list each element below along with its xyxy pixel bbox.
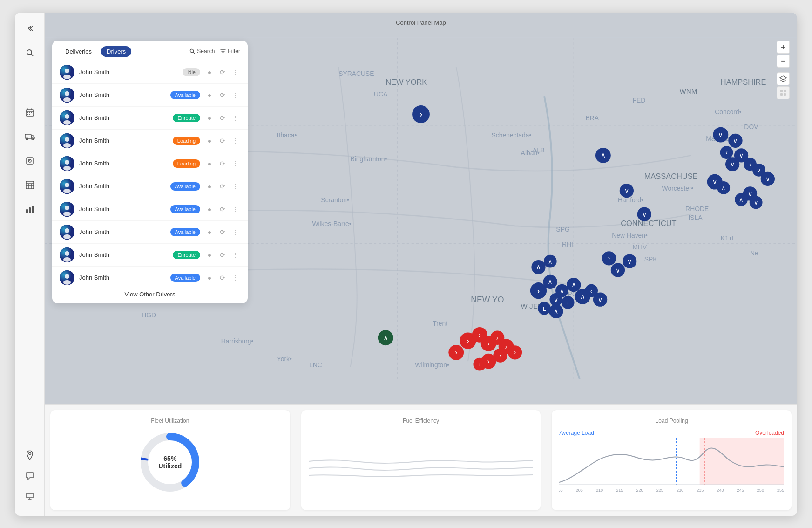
more-icon-5[interactable]: ⋮ bbox=[231, 183, 240, 190]
refresh-icon-8[interactable]: ⟳ bbox=[218, 251, 227, 259]
map-section: Control Panel Map bbox=[45, 13, 797, 404]
more-icon-0[interactable]: ⋮ bbox=[231, 69, 240, 76]
view-other-drivers-btn[interactable]: View Other Drivers bbox=[52, 285, 248, 303]
driver-name-0: John Smith bbox=[79, 69, 178, 75]
refresh-icon-0[interactable]: ⟳ bbox=[218, 69, 227, 76]
message-icon-3[interactable]: ● bbox=[205, 137, 214, 144]
svg-text:215: 215 bbox=[616, 488, 623, 493]
svg-text:∧: ∧ bbox=[548, 277, 553, 285]
driver-row-1[interactable]: John SmithAvailable ● ⟳ ⋮ bbox=[52, 84, 248, 107]
svg-text:RHI: RHI bbox=[562, 240, 573, 248]
driver-row-9[interactable]: John SmithAvailable ● ⟳ ⋮ bbox=[52, 267, 248, 285]
message-icon-6[interactable]: ● bbox=[205, 206, 214, 213]
refresh-icon-4[interactable]: ⟳ bbox=[218, 160, 227, 167]
svg-point-163 bbox=[63, 143, 71, 148]
message-icon-0[interactable]: ● bbox=[205, 69, 214, 76]
driver-avatar-1 bbox=[60, 88, 74, 103]
message-icon-7[interactable]: ● bbox=[205, 228, 214, 236]
driver-row-0[interactable]: John SmithIdle ● ⟳ ⋮ bbox=[52, 61, 248, 84]
svg-text:CONNECTICUT: CONNECTICUT bbox=[621, 219, 676, 227]
refresh-icon-1[interactable]: ⟳ bbox=[218, 91, 227, 99]
svg-rect-189 bbox=[784, 90, 786, 92]
svg-rect-7 bbox=[25, 134, 31, 138]
message-icon-4[interactable]: ● bbox=[205, 160, 214, 167]
driver-row-4[interactable]: John SmithLoading ● ⟳ ⋮ bbox=[52, 152, 248, 175]
svg-rect-3 bbox=[29, 112, 30, 113]
svg-text:›: › bbox=[567, 300, 569, 306]
svg-point-12 bbox=[29, 160, 30, 161]
status-badge-5: Available bbox=[170, 182, 200, 191]
status-badge-7: Available bbox=[170, 228, 200, 236]
driver-row-8[interactable]: John SmithEnroute ● ⟳ ⋮ bbox=[52, 244, 248, 267]
message-icon-8[interactable]: ● bbox=[205, 251, 214, 259]
driver-panel: Deliveries Drivers Search bbox=[52, 41, 248, 303]
tab-drivers[interactable]: Drivers bbox=[101, 46, 131, 57]
svg-rect-4 bbox=[31, 112, 32, 113]
search-icon bbox=[189, 48, 195, 54]
search-button[interactable]: Search bbox=[189, 48, 215, 55]
message-icon-5[interactable]: ● bbox=[205, 183, 214, 190]
driver-row-3[interactable]: John SmithLoading ● ⟳ ⋮ bbox=[52, 130, 248, 152]
map-layers-button[interactable] bbox=[777, 72, 790, 85]
filter-icon bbox=[220, 48, 226, 54]
driver-row-2[interactable]: John SmithEnroute ● ⟳ ⋮ bbox=[52, 107, 248, 130]
refresh-icon-6[interactable]: ⟳ bbox=[218, 206, 227, 213]
search-sidebar-icon[interactable] bbox=[21, 44, 38, 61]
comment-icon[interactable] bbox=[21, 488, 38, 505]
map-pin-bottom-icon[interactable] bbox=[21, 447, 38, 464]
svg-rect-2 bbox=[27, 112, 28, 113]
tab-deliveries[interactable]: Deliveries bbox=[60, 46, 97, 57]
svg-text:∧: ∧ bbox=[580, 292, 585, 300]
more-icon-3[interactable]: ⋮ bbox=[231, 137, 240, 144]
back-icon[interactable] bbox=[21, 20, 38, 37]
chat-icon[interactable] bbox=[21, 467, 38, 484]
table-icon[interactable] bbox=[21, 177, 38, 193]
refresh-icon-9[interactable]: ⟳ bbox=[218, 274, 227, 281]
svg-text:Ne: Ne bbox=[750, 249, 758, 257]
refresh-icon-5[interactable]: ⟳ bbox=[218, 183, 227, 190]
svg-text:SPG: SPG bbox=[556, 226, 569, 233]
refresh-icon-3[interactable]: ⟳ bbox=[218, 137, 227, 144]
refresh-icon-7[interactable]: ⟳ bbox=[218, 228, 227, 236]
more-icon-9[interactable]: ⋮ bbox=[231, 274, 240, 281]
driver-row-6[interactable]: John SmithAvailable ● ⟳ ⋮ bbox=[52, 198, 248, 221]
refresh-icon-2[interactable]: ⟳ bbox=[218, 114, 227, 122]
more-icon-8[interactable]: ⋮ bbox=[231, 251, 240, 259]
more-icon-4[interactable]: ⋮ bbox=[231, 160, 240, 167]
filter-button[interactable]: Filter bbox=[220, 48, 240, 55]
zoom-out-button[interactable]: − bbox=[777, 55, 790, 68]
chart-icon[interactable] bbox=[21, 201, 38, 218]
svg-point-165 bbox=[65, 160, 69, 165]
message-icon-1[interactable]: ● bbox=[205, 91, 214, 99]
driver-row-7[interactable]: John SmithAvailable ● ⟳ ⋮ bbox=[52, 221, 248, 244]
svg-text:L: L bbox=[543, 305, 546, 312]
more-icon-1[interactable]: ⋮ bbox=[231, 91, 240, 99]
driver-row-5[interactable]: John SmithAvailable ● ⟳ ⋮ bbox=[52, 175, 248, 198]
calendar-icon[interactable] bbox=[21, 104, 38, 121]
more-icon-6[interactable]: ⋮ bbox=[231, 206, 240, 213]
driver-actions-9: ● ⟳ ⋮ bbox=[205, 274, 240, 281]
average-load-label: Average Load bbox=[559, 430, 594, 436]
svg-text:255: 255 bbox=[777, 488, 784, 493]
svg-text:ALB: ALB bbox=[533, 146, 545, 154]
load-pooling-title: Load Pooling bbox=[656, 418, 688, 424]
svg-text:‹: ‹ bbox=[749, 161, 751, 168]
capture-icon[interactable] bbox=[21, 152, 38, 169]
svg-text:RHODE: RHODE bbox=[685, 205, 709, 213]
map-style-button[interactable] bbox=[777, 86, 790, 99]
svg-rect-188 bbox=[780, 90, 783, 92]
svg-text:›: › bbox=[537, 287, 540, 295]
svg-point-160 bbox=[63, 120, 71, 125]
more-icon-2[interactable]: ⋮ bbox=[231, 114, 240, 122]
more-icon-7[interactable]: ⋮ bbox=[231, 228, 240, 236]
message-icon-2[interactable]: ● bbox=[205, 114, 214, 122]
driver-actions-6: ● ⟳ ⋮ bbox=[205, 206, 240, 213]
svg-text:›: › bbox=[496, 334, 499, 341]
driver-list: John SmithIdle ● ⟳ ⋮ John SmithAvailable… bbox=[52, 61, 248, 285]
map-controls: + − bbox=[777, 41, 790, 99]
svg-text:Binghamton•: Binghamton• bbox=[350, 155, 387, 162]
driver-name-9: John Smith bbox=[79, 274, 166, 281]
message-icon-9[interactable]: ● bbox=[205, 274, 214, 281]
zoom-in-button[interactable]: + bbox=[777, 41, 790, 54]
truck-icon[interactable] bbox=[21, 128, 38, 145]
